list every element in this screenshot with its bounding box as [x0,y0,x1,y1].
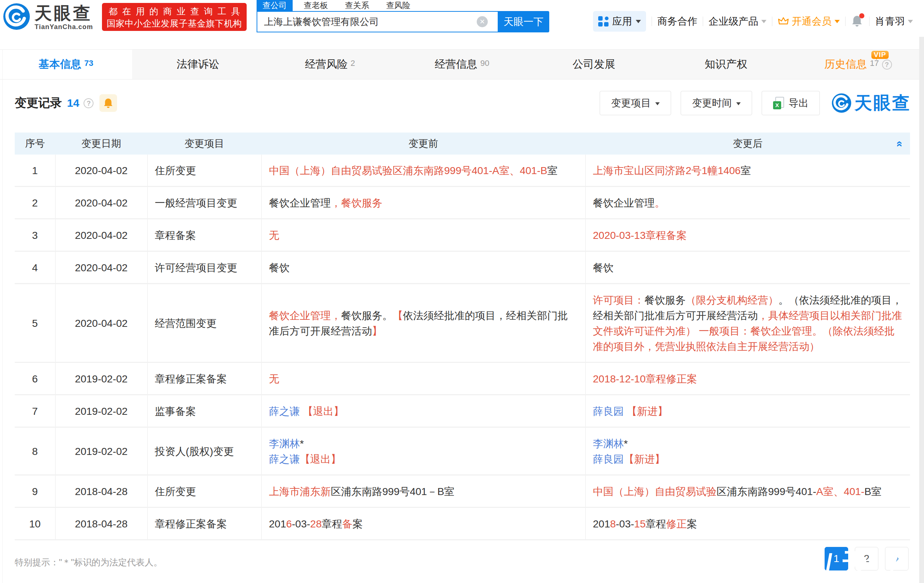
tab-history-info[interactable]: 历史信息17? VIP [792,50,924,79]
section-buttons: 变更项目 变更时间 X 导出 天眼查 [600,91,911,115]
diff-text: 区浦东南路999号401－B室 [331,486,455,497]
cell-before: 餐饮 [261,251,585,284]
chevron-down-icon [655,102,660,105]
cell-no: 3 [15,219,55,251]
diff-text: 【退出】 [300,453,341,465]
diff-text: -03- [292,518,310,530]
tab-label: 知识产权 [705,57,747,72]
cell-after: 中国（上海）自由贸易试验区浦东南路999号401-A室、401-B室 [585,475,910,507]
scrollbar[interactable] [919,37,924,583]
cell-no: 1 [15,155,55,187]
diff-text: 餐饮企业管理， [269,310,341,321]
search-tab-risk[interactable]: 查风险 [380,0,416,11]
user-menu[interactable]: 肖青羽 [875,15,913,28]
divider [703,16,703,26]
diff-text: 备 [342,518,353,530]
cell-date: 2019-02-02 [55,395,147,427]
diff-text: （限分支机构经营） [686,295,779,306]
tab-operation-risk[interactable]: 经营风险2 [264,50,396,79]
person-link[interactable]: 李渊林 [269,438,300,450]
chevron-down-icon [761,20,766,23]
cell-before: 无 [261,219,585,251]
diff-text: A室、401- [816,486,865,497]
diff-text: 餐饮服务。 [341,310,393,321]
tianyancha-logo-icon[interactable] [3,3,30,30]
banner-line1: 都在用的商业查询工具 [102,5,247,17]
tab-legal[interactable]: 法律诉讼 [132,50,264,79]
cell-date: 2020-04-02 [55,251,147,284]
collapse-icon[interactable]: « [894,141,907,147]
diff-text: 修正 [666,518,687,530]
diff-text: 餐饮企业管理 [593,197,655,209]
cell-after: 许可项目：餐饮服务（限分支机构经营）。（依法须经批准的项目，经相关部门批准后方可… [585,284,910,362]
clear-icon[interactable]: ✕ [477,16,488,27]
cell-item: 投资人(股权)变更 [147,427,261,475]
cell-no: 6 [15,362,55,395]
cell-date: 2020-04-02 [55,187,147,219]
enterprise-menu[interactable]: 企业级产品 [709,15,766,28]
diff-text: 餐饮企业管理 [269,197,331,209]
cell-no: 5 [15,284,55,362]
notification-bell[interactable] [851,15,864,28]
export-label: 导出 [789,96,808,110]
tab-intellectual-property[interactable]: 知识产权 [660,50,792,79]
diff-text: 2020-03-13章程备案 [593,230,687,241]
diff-text: 201 [593,518,610,530]
cell-after: 2018-03-15章程修正案 [585,507,910,540]
search-tabs: 查公司 查老板 查关系 查风险 [257,0,549,11]
filter-change-item-button[interactable]: 变更项目 [600,91,671,115]
diff-text: 【 [393,310,403,321]
tab-operation-info[interactable]: 经营信息90 [396,50,528,79]
section-header: 变更记录 14 ? 变更项目 变更时间 X 导出 [15,90,911,116]
search-area: 查公司 查老板 查关系 查风险 ✕ 天眼一下 [257,0,549,32]
cell-before: 餐饮企业管理，餐饮服务 [261,187,585,219]
search-tab-relation[interactable]: 查关系 [339,0,375,11]
tab-company-development[interactable]: 公司发展 [528,50,660,79]
diff-text: 章程 [646,518,666,530]
logo-subtitle: TianYanCha.com [35,23,93,31]
diff-text: B室 [865,486,882,497]
cell-item: 章程修正案备案 [147,362,261,395]
diff-text: 案 [687,518,697,530]
cell-before: 无 [261,362,585,395]
footer-note: 特别提示："＊"标识的为法定代表人。 [15,557,162,568]
person-link[interactable]: 薛良园 [593,453,624,465]
filter-change-time-button[interactable]: 变更时间 [681,91,752,115]
cell-item: 章程备案 [147,219,261,251]
export-button[interactable]: X 导出 [762,91,820,115]
vip-badge: VIP [871,51,889,59]
search-tab-boss[interactable]: 查老板 [298,0,334,11]
person-link[interactable]: 薛之谦 [269,405,300,417]
subscribe-bell-chip[interactable] [99,94,117,112]
change-table-body: 12020-04-02住所变更中国（上海）自由贸易试验区浦东南路999号401-… [15,155,910,540]
table-row: 12020-04-02住所变更中国（上海）自由贸易试验区浦东南路999号401-… [15,155,910,187]
cooperation-link[interactable]: 商务合作 [657,15,697,28]
search-input[interactable] [257,11,498,32]
tab-count: 90 [480,59,489,68]
person-link[interactable]: 薛之谦 [269,453,300,465]
table-row: 102018-04-28章程修正案备案2016-03-28章程备案2018-03… [15,507,910,540]
apps-menu[interactable]: 应用 [593,11,646,32]
help-icon[interactable]: ? [84,98,94,108]
diff-text: 中国（上海）自由贸易试验区浦东南路999号401-A室、401-B [269,165,548,176]
diff-text: 上海市宝山区同济路2号1幢1406 [593,165,741,176]
search-tab-company[interactable]: 查公司 [257,0,293,11]
diff-text: 8 [610,518,616,530]
tab-count: 2 [350,59,355,68]
help-icon[interactable]: ? [882,59,892,69]
person-link[interactable]: 李渊林 [593,438,624,450]
col-date: 变更日期 [55,132,147,155]
diff-text: 餐饮服务 [645,295,686,306]
cell-item: 住所变更 [147,475,261,507]
person-link[interactable]: 薛良园 [593,405,624,417]
tab-basic-info[interactable]: 基本信息73 [0,50,132,79]
tianyancha-logo-text[interactable]: 天眼查 TianYanCha.com [35,5,93,31]
cell-no: 8 [15,427,55,475]
chevron-down-icon [736,102,741,105]
table-row: 42020-04-02许可经营项目变更餐饮餐饮 [15,251,910,284]
search-button[interactable]: 天眼一下 [498,11,549,32]
cell-no: 7 [15,395,55,427]
vip-menu[interactable]: 开通会员 [778,15,840,28]
tab-label: 法律诉讼 [177,57,219,72]
diff-text: -03- [616,518,634,530]
